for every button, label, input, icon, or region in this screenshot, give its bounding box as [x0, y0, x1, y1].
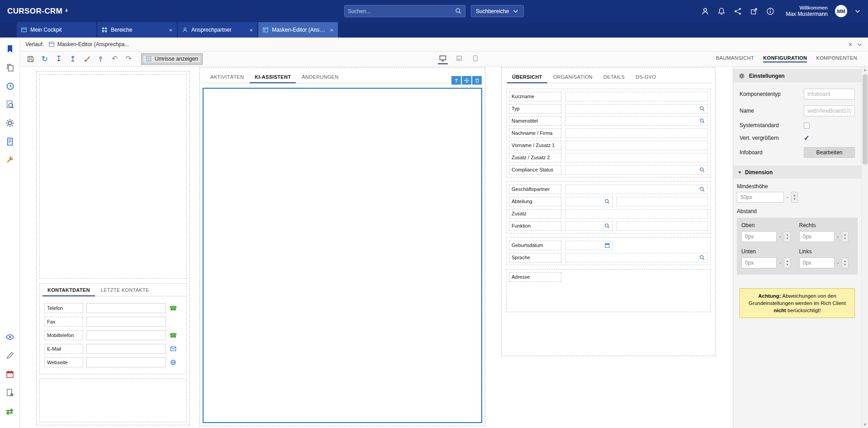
- edit-pencil-icon[interactable]: [5, 351, 15, 361]
- scroll-down-arrow[interactable]: ▼: [862, 421, 868, 428]
- tab-aenderungen[interactable]: ÄNDERUNGEN: [297, 71, 343, 83]
- copy-icon[interactable]: [5, 62, 15, 72]
- bookmark-icon[interactable]: [5, 44, 15, 54]
- abteilung-lookup-input[interactable]: [565, 197, 613, 206]
- tab-konfiguration[interactable]: KONFIGURATION: [763, 55, 807, 62]
- zusatz-zusatz2-input[interactable]: [565, 153, 708, 162]
- sprache-input[interactable]: [565, 253, 708, 262]
- desktop-view-toggle[interactable]: [438, 53, 448, 64]
- empty-component-area[interactable]: [39, 379, 187, 422]
- mobiltelefon-input[interactable]: [86, 330, 166, 340]
- empty-component-area[interactable]: [39, 74, 187, 279]
- funktion-lookup-input[interactable]: [565, 221, 613, 231]
- links-input[interactable]: [799, 257, 835, 268]
- tablet-view-toggle[interactable]: [470, 53, 480, 64]
- close-icon[interactable]: ×: [168, 27, 173, 33]
- move-drag-button[interactable]: [462, 76, 471, 85]
- unten-input[interactable]: [741, 257, 777, 268]
- systemstandard-checkbox[interactable]: [804, 123, 810, 128]
- delete-trash-button[interactable]: [472, 76, 482, 85]
- nachname-firma-input[interactable]: [565, 128, 708, 138]
- tab-uebersicht[interactable]: ÜBERSICHT: [507, 71, 547, 83]
- brush-button[interactable]: [81, 53, 93, 65]
- export-button[interactable]: ↥: [66, 53, 79, 65]
- transfer-icon[interactable]: ⇄: [5, 406, 15, 416]
- tab-organisation[interactable]: ORGANISATION: [548, 71, 598, 83]
- tab-komponenten[interactable]: KOMPONENTEN: [816, 55, 857, 62]
- user-directory-icon[interactable]: [701, 7, 710, 16]
- namenstitel-input[interactable]: [565, 116, 708, 126]
- refresh-button[interactable]: ↻: [38, 53, 51, 65]
- oben-input[interactable]: [741, 231, 777, 242]
- dimension-section-header[interactable]: ▾ Dimension: [733, 166, 861, 179]
- document-settings-icon[interactable]: [5, 388, 15, 398]
- gear-icon[interactable]: [5, 118, 15, 128]
- tab-mein-cockpit[interactable]: Mein Cockpit: [17, 22, 96, 38]
- email-input[interactable]: [86, 344, 166, 354]
- vertical-scrollbar[interactable]: ▲ ▼: [861, 67, 868, 428]
- save-button[interactable]: [24, 53, 37, 65]
- document-icon[interactable]: [5, 137, 15, 147]
- tab-ansprechpartner[interactable]: Ansprechpartner ×: [178, 22, 257, 38]
- external-link-icon[interactable]: [749, 7, 759, 16]
- calendar-icon[interactable]: [5, 369, 15, 379]
- vorname-zusatz1-input[interactable]: [565, 141, 708, 150]
- history-icon[interactable]: [5, 81, 15, 91]
- import-button[interactable]: ↧: [52, 53, 65, 65]
- tab-baumansicht[interactable]: BAUMANSICHT: [716, 55, 754, 62]
- mindesthoehe-input[interactable]: [737, 192, 784, 203]
- vert-vergroessern-checkbox[interactable]: ✓: [804, 134, 810, 141]
- close-icon[interactable]: ×: [849, 41, 852, 48]
- laptop-view-toggle[interactable]: [454, 53, 464, 64]
- bearbeiten-button[interactable]: Bearbeiten: [804, 147, 855, 158]
- mindesthoehe-stepper[interactable]: ▴▾: [791, 192, 798, 203]
- search-icon[interactable]: [455, 8, 462, 14]
- search-scope-button[interactable]: Suchbereiche: [471, 5, 524, 17]
- info-icon[interactable]: [766, 7, 775, 16]
- zusatz-input[interactable]: [565, 209, 708, 219]
- oben-stepper[interactable]: ▴▾: [784, 231, 791, 242]
- funktion-text-input[interactable]: [617, 221, 708, 231]
- compliance-status-input[interactable]: [565, 165, 708, 175]
- show-outlines-toggle[interactable]: Umrisse anzeigen: [141, 53, 203, 65]
- tab-ds-gvo[interactable]: DS-GVO: [631, 71, 661, 83]
- tab-letzte-kontakte[interactable]: LETZTE KONTAKTE: [96, 284, 154, 296]
- tab-masken-editor[interactable]: Masken-Editor (Ansp... ×: [258, 22, 338, 38]
- avatar[interactable]: MM: [835, 5, 847, 17]
- tab-details[interactable]: DETAILS: [598, 71, 630, 83]
- close-icon[interactable]: ×: [329, 27, 334, 33]
- unten-stepper[interactable]: ▴▾: [784, 257, 791, 268]
- kurzname-input[interactable]: [565, 92, 708, 101]
- geburtsdatum-input[interactable]: [565, 241, 613, 250]
- chevron-down-icon[interactable]: [857, 42, 863, 48]
- watch-eye-icon[interactable]: [5, 332, 15, 342]
- tab-ki-assistent[interactable]: KI-ASSISTENT: [250, 71, 296, 83]
- scroll-up-arrow[interactable]: ▲: [862, 67, 868, 73]
- user-menu-chevron-icon[interactable]: [854, 8, 861, 14]
- tab-aktivitaeten[interactable]: AKTIVITÄTEN: [205, 71, 249, 83]
- webseite-input[interactable]: [86, 357, 166, 367]
- links-stepper[interactable]: ▴▾: [842, 257, 849, 268]
- scrollbar-thumb[interactable]: [863, 74, 868, 165]
- fax-input[interactable]: [86, 317, 166, 327]
- undo-button[interactable]: ↶: [109, 53, 121, 65]
- adresse-area[interactable]: [509, 284, 708, 309]
- share-icon[interactable]: [733, 7, 742, 16]
- abteilung-text-input[interactable]: [617, 197, 708, 206]
- settings-section-header[interactable]: Einstellungen: [733, 69, 861, 82]
- rechts-input[interactable]: [799, 231, 835, 242]
- tab-bereiche[interactable]: Bereiche ×: [97, 22, 177, 38]
- geschaeftspartner-input[interactable]: [565, 185, 708, 194]
- close-icon[interactable]: ×: [249, 27, 253, 33]
- rechts-stepper[interactable]: ▴▾: [842, 231, 849, 242]
- telefon-input[interactable]: [86, 303, 166, 313]
- search-input[interactable]: [348, 8, 455, 14]
- redo-button[interactable]: ↷: [123, 53, 135, 65]
- pin-button[interactable]: [95, 53, 107, 65]
- selected-infoboard-component[interactable]: [203, 88, 482, 423]
- typ-input[interactable]: [565, 104, 708, 114]
- tab-kontaktdaten[interactable]: KONTAKTDATEN: [43, 284, 95, 296]
- notifications-bell-icon[interactable]: [717, 7, 726, 16]
- search-document-icon[interactable]: [5, 100, 15, 109]
- move-up-button[interactable]: [451, 76, 461, 85]
